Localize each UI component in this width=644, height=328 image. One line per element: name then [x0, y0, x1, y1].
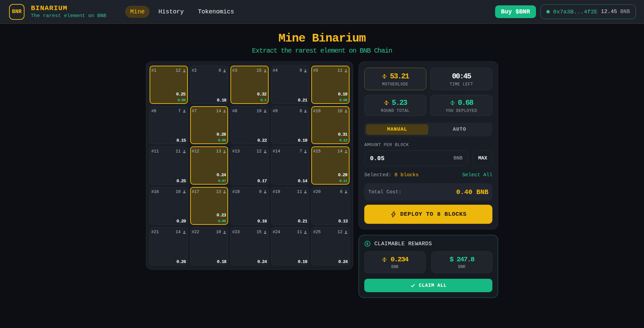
svg-text:$: $	[366, 242, 369, 246]
